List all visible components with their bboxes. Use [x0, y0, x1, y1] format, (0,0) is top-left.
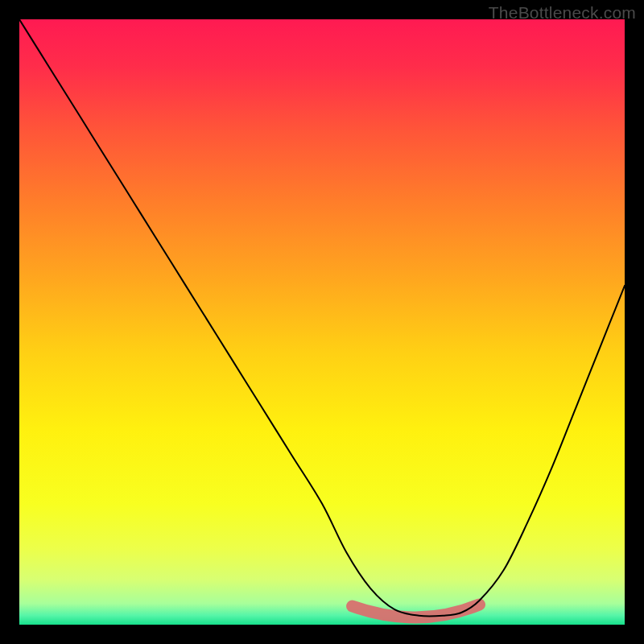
chart-stage: TheBottleneck.com [0, 0, 644, 644]
plot-svg [19, 19, 625, 625]
plot-area [19, 19, 625, 625]
watermark-text: TheBottleneck.com [489, 3, 636, 23]
gradient-background [19, 19, 625, 625]
